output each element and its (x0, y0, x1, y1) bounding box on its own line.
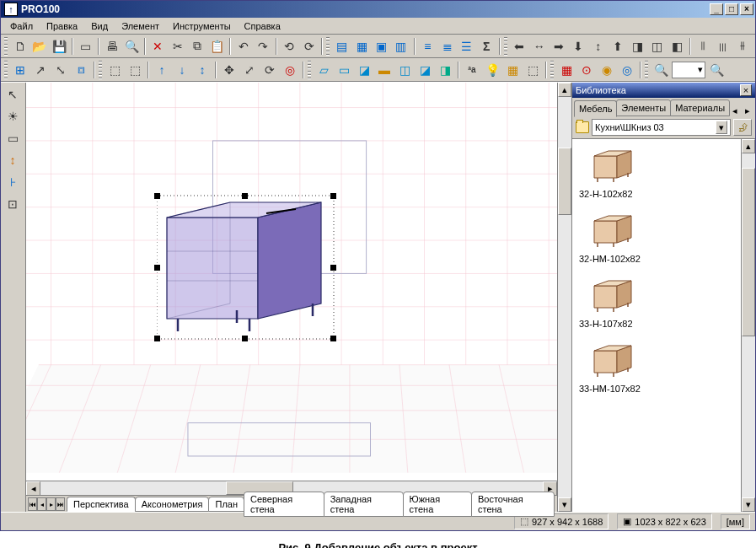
library-tab-nav-left-icon[interactable]: ◂ (729, 105, 741, 116)
rotate-ccw-icon[interactable]: ⟲ (281, 37, 298, 56)
library-close-button[interactable]: × (740, 84, 752, 96)
zoom-out-icon[interactable]: 🔍 (707, 61, 726, 79)
align-back-icon[interactable]: ◨ (629, 37, 646, 56)
zoom-combo[interactable]: ▾ (672, 62, 705, 78)
view-tab-perspective[interactable]: Перспектива (67, 497, 136, 512)
zoom-in-icon[interactable]: 🔍 (651, 61, 670, 79)
toolbar-grip[interactable] (4, 37, 8, 56)
print-preview-icon[interactable]: 🔍 (123, 37, 141, 56)
library-item[interactable]: 33-НМ-107x82 (579, 341, 734, 394)
hidden-line-icon[interactable]: ▭ (335, 61, 353, 79)
selected-cabinet[interactable] (157, 192, 342, 344)
dimension-tool-icon[interactable]: ⊦ (3, 172, 23, 192)
open-file-icon[interactable]: 📂 (30, 37, 48, 56)
scroll-down-icon[interactable]: ▾ (558, 497, 571, 512)
shade1-icon[interactable]: ◫ (395, 61, 414, 79)
light-icon[interactable]: 💡 (483, 61, 501, 79)
toolbar-grip[interactable] (99, 61, 102, 79)
library-tab-nav-right-icon[interactable]: ▸ (742, 105, 753, 116)
move-icon[interactable]: ✥ (220, 61, 239, 79)
view-tab-east[interactable]: Восточная стена (471, 492, 555, 517)
copy-icon[interactable]: ⧉ (188, 37, 206, 56)
print-icon[interactable]: 🖶 (103, 37, 121, 56)
wireframe-icon[interactable]: ▱ (314, 61, 333, 79)
library-item[interactable]: 32-НМ-102x82 (579, 211, 734, 264)
paste-icon[interactable]: 📋 (208, 37, 226, 56)
save-file-icon[interactable]: 💾 (51, 37, 68, 56)
down-icon[interactable]: ↓ (173, 61, 191, 79)
library-tab-materials[interactable]: Материалы (670, 99, 730, 116)
maximize-button[interactable]: □ (725, 3, 738, 15)
shade3-icon[interactable]: ◨ (436, 61, 454, 79)
library-path-combo[interactable]: Кухни\ШКниз 03 ▾ (592, 119, 731, 136)
selection-handle[interactable] (330, 193, 336, 199)
new-file-icon[interactable]: 🗋 (11, 37, 29, 56)
tab-nav-last-icon[interactable]: ⏭ (56, 497, 65, 511)
menu-element[interactable]: Элемент (115, 19, 165, 33)
library-item[interactable]: 32-Н-102x82 (579, 146, 734, 199)
select-tool-icon[interactable]: ↖ (3, 84, 23, 105)
cut-icon[interactable]: ✂ (169, 37, 186, 56)
tab-nav-prev-icon[interactable]: ◂ (37, 497, 46, 511)
library-icon[interactable]: ▦ (353, 37, 371, 56)
library-tab-elements[interactable]: Элементы (616, 99, 671, 116)
scroll-thumb[interactable] (558, 148, 571, 215)
align-middle-icon[interactable]: ◫ (648, 37, 666, 56)
zoom-region-icon[interactable]: ⊡ (3, 194, 23, 214)
selection-handle[interactable] (154, 193, 160, 199)
grid-toggle-icon[interactable]: ▦ (557, 61, 576, 79)
align-left-icon[interactable]: ⬅ (511, 37, 528, 56)
v-arrows-icon[interactable]: ↕ (193, 61, 212, 79)
selection-handle[interactable] (330, 336, 336, 341)
menu-tools[interactable]: Инструменты (167, 19, 237, 33)
delete-icon[interactable]: ✕ (149, 37, 167, 56)
folder-up-button[interactable]: ⮵ (733, 119, 752, 136)
align-top-icon[interactable]: ⬆ (609, 37, 626, 56)
color-shade-icon[interactable]: ◪ (355, 61, 373, 79)
menu-help[interactable]: Справка (239, 19, 287, 33)
text-label-icon[interactable]: ªa (463, 61, 481, 79)
toolbar-grip[interactable] (308, 61, 311, 79)
room-icon[interactable]: ⬚ (523, 61, 542, 79)
target-icon[interactable]: ◎ (281, 61, 299, 79)
scroll-up-icon[interactable]: ▴ (742, 139, 755, 153)
menu-file[interactable]: Файл (4, 19, 39, 33)
view-tab-south[interactable]: Южная стена (403, 492, 472, 517)
view-tab-axonometry[interactable]: Аксонометрия (135, 497, 210, 512)
structure-icon[interactable]: ▤ (333, 37, 351, 56)
wall-toggle-icon[interactable]: ▦ (503, 61, 522, 79)
center-snap-icon[interactable]: ◎ (618, 61, 636, 79)
collision-icon[interactable]: ◉ (598, 61, 616, 79)
vertical-scrollbar[interactable]: ▴ ▾ (557, 83, 571, 512)
new-element-icon[interactable]: ▭ (77, 37, 94, 56)
light-tool-icon[interactable]: ☀ (3, 106, 23, 126)
toolbar-grip[interactable] (4, 61, 8, 79)
scroll-left-icon[interactable]: ◂ (26, 481, 40, 496)
up-icon[interactable]: ↑ (153, 61, 171, 79)
undo-icon[interactable]: ↶ (234, 37, 252, 56)
price-icon[interactable]: ▥ (392, 37, 410, 56)
scroll-down-icon[interactable]: ▾ (742, 497, 755, 512)
tab-nav-first-icon[interactable]: ⏮ (28, 497, 37, 511)
box-tool-icon[interactable]: ▭ (3, 128, 23, 148)
dropdown-icon[interactable]: ▾ (716, 121, 727, 134)
toolbar-grip[interactable] (326, 37, 330, 56)
distribute2-icon[interactable]: ⫼ (714, 37, 732, 56)
report2-icon[interactable]: ≣ (438, 37, 456, 56)
magnet-icon[interactable]: ⊙ (577, 61, 596, 79)
minimize-button[interactable]: _ (710, 3, 723, 15)
align-right-icon[interactable]: ➡ (550, 37, 567, 56)
scroll-up-icon[interactable]: ▴ (558, 83, 571, 97)
toolbar-grip[interactable] (645, 61, 648, 79)
snap-corner-icon[interactable]: ↗ (31, 61, 50, 79)
snap-grid-icon[interactable]: ⊞ (11, 61, 29, 79)
sum-icon[interactable]: Σ (478, 37, 496, 56)
menu-view[interactable]: Вид (85, 19, 114, 33)
toolbar-grip[interactable] (504, 37, 507, 56)
scroll-thumb[interactable] (742, 168, 755, 336)
distribute3-icon[interactable]: ⫵ (733, 37, 751, 56)
align-center-h-icon[interactable]: ↔ (530, 37, 548, 56)
menu-edit[interactable]: Правка (40, 19, 83, 33)
ungroup-icon[interactable]: ⬚ (126, 61, 144, 79)
view-tab-plan[interactable]: План (208, 497, 244, 512)
